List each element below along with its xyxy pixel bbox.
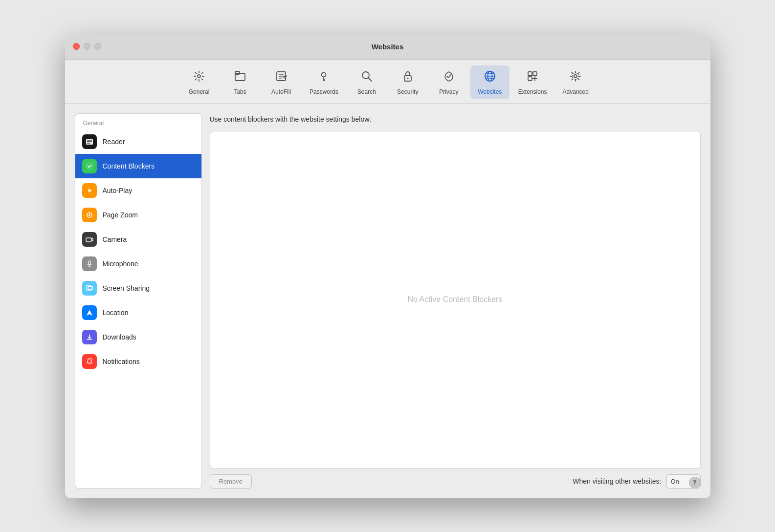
toolbar: General Tabs Auto [65,60,710,104]
tab-general-label: General [189,88,210,95]
sidebar-item-screensharing-label: Screen Sharing [103,284,150,292]
pagezoom-icon [82,208,97,222]
reader-icon [82,134,97,149]
svg-line-12 [368,78,372,81]
svg-rect-19 [533,72,537,76]
sidebar-item-pagezoom[interactable]: Page Zoom [75,203,201,227]
autoplay-icon [82,183,97,198]
tab-websites[interactable]: Websites [470,65,509,99]
traffic-lights [73,43,101,50]
sidebar-section-label: General [75,114,201,129]
svg-point-22 [573,73,579,79]
websites-icon [483,69,497,86]
svg-point-14 [407,78,408,79]
sidebar-item-notifications[interactable]: Notifications [75,349,201,374]
minimize-button[interactable] [84,43,90,50]
svg-rect-42 [88,286,92,290]
general-icon [192,69,206,86]
passwords-icon [317,69,331,86]
tab-passwords[interactable]: Passwords [303,65,345,99]
tabs-icon [233,69,247,86]
search-icon [360,69,374,86]
visiting-other-label: When visiting other websites: [573,477,661,485]
tab-websites-label: Websites [478,88,502,95]
svg-point-7 [322,72,326,77]
tab-advanced[interactable]: Advanced [556,65,596,99]
bottom-bar: Remove When visiting other websites: On … [210,474,701,489]
empty-state-label: No Active Content Blockers [408,295,503,304]
tab-search-label: Search [357,88,376,95]
window-title: Websites [372,43,404,51]
extensions-icon [526,69,539,86]
camera-icon [82,232,97,247]
tab-autofill[interactable]: AutoFill [262,65,301,99]
sidebar-item-camera[interactable]: Camera [75,227,201,252]
content-blockers-icon [82,159,97,173]
security-icon [401,69,415,86]
privacy-icon [442,69,456,86]
sidebar-item-location-label: Location [103,309,129,317]
sidebar-item-reader[interactable]: Reader [75,129,201,154]
visiting-other-section: When visiting other websites: On ⬍ [573,474,700,489]
sidebar-item-autoplay[interactable]: Auto-Play [75,178,201,203]
tab-search[interactable]: Search [347,65,386,99]
tab-tabs-label: Tabs [234,88,246,95]
sidebar-item-downloads-label: Downloads [103,333,136,341]
microphone-icon [82,256,97,271]
sidebar-item-content-blockers-label: Content Blockers [103,162,155,170]
svg-rect-18 [528,72,532,76]
screensharing-icon [82,281,97,296]
notifications-icon [82,354,97,369]
location-icon [82,305,97,320]
tab-security-label: Security [397,88,418,95]
visiting-select-value: On [671,478,679,485]
sidebar-item-autoplay-label: Auto-Play [103,187,133,194]
sidebar-item-downloads[interactable]: Downloads [75,325,201,349]
advanced-icon [569,69,582,86]
sidebar-item-screensharing[interactable]: Screen Sharing [75,276,201,300]
tab-advanced-label: Advanced [563,88,589,95]
tab-passwords-label: Passwords [310,88,338,95]
tab-privacy-label: Privacy [439,88,458,95]
tab-extensions-label: Extensions [518,88,547,95]
sidebar-item-microphone-label: Microphone [103,260,138,268]
remove-button[interactable]: Remove [210,474,252,489]
panel-description: Use content blockers with the website se… [210,113,701,125]
help-button[interactable]: ? [689,477,701,489]
content-area: No Active Content Blockers [210,131,701,468]
tab-tabs[interactable]: Tabs [221,65,260,99]
sidebar-item-notifications-label: Notifications [103,358,140,365]
svg-rect-20 [528,77,532,81]
close-button[interactable] [73,43,80,50]
sidebar-item-microphone[interactable]: Microphone [75,252,201,276]
window-inner: General Reader [65,104,710,498]
sidebar: General Reader [75,113,202,489]
svg-point-0 [198,75,200,78]
tab-general[interactable]: General [179,65,219,99]
svg-rect-33 [85,235,94,244]
svg-rect-2 [235,71,240,74]
tab-extensions[interactable]: Extensions [511,65,554,99]
sidebar-item-reader-label: Reader [103,138,125,146]
sidebar-item-camera-label: Camera [103,235,127,243]
downloads-icon [82,330,97,344]
sidebar-item-pagezoom-label: Page Zoom [103,211,138,219]
svg-point-21 [574,75,577,78]
autofill-icon [274,69,288,86]
title-bar: Websites [65,34,710,60]
tab-privacy[interactable]: Privacy [429,65,468,99]
main-content: General Reader [65,104,710,498]
sidebar-item-location[interactable]: Location [75,300,201,325]
sidebar-item-content-blockers[interactable]: Content Blockers [75,154,201,178]
app-window: Websites General Tabs [65,34,710,498]
tab-autofill-label: AutoFill [271,88,291,95]
maximize-button[interactable] [94,43,101,50]
tab-security[interactable]: Security [388,65,427,99]
right-panel: Use content blockers with the website se… [210,113,701,489]
